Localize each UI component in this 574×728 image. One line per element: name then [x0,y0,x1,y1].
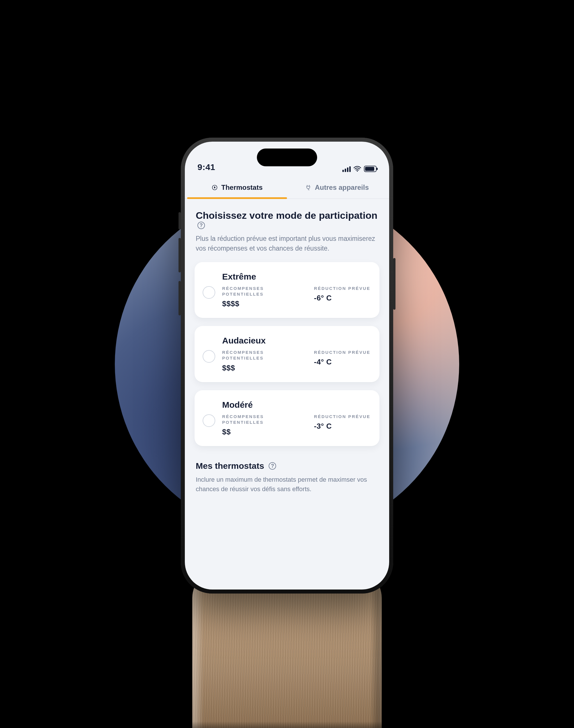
option-stats: RÉCOMPENSES POTENTIELLES $$$$ RÉDUCTION … [222,285,371,309]
stat-rewards: RÉCOMPENSES POTENTIELLES $$ [222,414,302,437]
stat-value: $$$$ [222,299,302,308]
option-card-extreme[interactable]: Extrême RÉCOMPENSES POTENTIELLES $$$$ RÉ… [195,262,379,318]
page-title: Choisissez votre mode de participation [196,210,377,221]
stat-value: -3° C [314,422,371,431]
option-card-moderate[interactable]: Modéré RÉCOMPENSES POTENTIELLES $$ RÉDUC… [195,390,379,446]
option-name: Audacieux [222,336,371,346]
main-scroll[interactable]: Choisissez votre mode de participation ?… [185,199,389,590]
app-root: 9:41 [185,142,389,590]
stat-label: RÉDUCTION PRÉVUE [314,350,371,355]
help-icon[interactable]: ? [269,462,276,470]
stat-value: $$$ [222,364,302,372]
stat-value: -4° C [314,358,371,366]
battery-icon [364,166,376,172]
card-body: Modéré RÉCOMPENSES POTENTIELLES $$ RÉDUC… [222,400,371,437]
tabs: Thermostats Autres appareils [185,176,389,199]
wifi-icon [354,166,361,172]
main-content: Choisissez votre mode de participation ?… [195,209,379,494]
stat-label: RÉCOMPENSES POTENTIELLES [222,414,302,425]
stat-label: RÉDUCTION PRÉVUE [314,414,371,419]
stat-label: RÉCOMPENSES POTENTIELLES [222,285,302,297]
radio-input[interactable] [203,414,215,427]
volume-down-button [178,281,181,315]
stat-label: RÉDUCTION PRÉVUE [314,285,371,291]
stat-reduction: RÉDUCTION PRÉVUE -6° C [314,285,371,309]
stat-rewards: RÉCOMPENSES POTENTIELLES $$$ [222,350,302,372]
tab-other-devices[interactable]: Autres appareils [287,176,387,198]
radio-input[interactable] [203,286,215,299]
stat-label: RÉCOMPENSES POTENTIELLES [222,350,302,361]
option-stats: RÉCOMPENSES POTENTIELLES $$$ RÉDUCTION P… [222,350,371,372]
stat-rewards: RÉCOMPENSES POTENTIELLES $$$$ [222,285,302,309]
dynamic-island [257,148,317,166]
option-stats: RÉCOMPENSES POTENTIELLES $$ RÉDUCTION PR… [222,414,371,437]
tab-label: Thermostats [221,183,262,191]
page-subtitle: Plus la réduction prévue est important p… [196,234,378,254]
thermostat-icon [211,184,218,191]
plug-icon [305,184,312,191]
volume-up-button [178,238,181,272]
option-card-bold[interactable]: Audacieux RÉCOMPENSES POTENTIELLES $$$ R… [195,326,379,382]
section-desc: Inclure un maximum de thermostats permet… [196,475,378,494]
power-button [393,258,396,310]
card-body: Audacieux RÉCOMPENSES POTENTIELLES $$$ R… [222,336,371,372]
tab-label: Autres appareils [315,183,369,191]
status-time: 9:41 [198,162,215,172]
stage: 9:41 [0,0,574,728]
tab-thermostats[interactable]: Thermostats [187,176,287,198]
radio-input[interactable] [203,350,215,363]
option-name: Modéré [222,400,371,410]
stat-value: $$ [222,427,302,437]
page-title-wrap: Choisissez votre mode de participation ? [196,209,378,229]
status-indicators [342,166,376,172]
section-title-wrap: Mes thermostats ? [196,461,378,471]
card-body: Extrême RÉCOMPENSES POTENTIELLES $$$$ RÉ… [222,272,371,309]
section-title: Mes thermostats [196,461,264,471]
svg-point-0 [357,171,358,172]
mute-switch [178,212,181,229]
stat-reduction: RÉDUCTION PRÉVUE -4° C [314,350,371,372]
phone-screen: 9:41 [185,142,389,590]
phone-frame: 9:41 [181,138,393,594]
stat-reduction: RÉDUCTION PRÉVUE -3° C [314,414,371,437]
stat-value: -6° C [314,293,371,303]
help-icon[interactable]: ? [198,222,205,229]
cellular-signal-icon [342,166,351,172]
option-name: Extrême [222,272,371,282]
